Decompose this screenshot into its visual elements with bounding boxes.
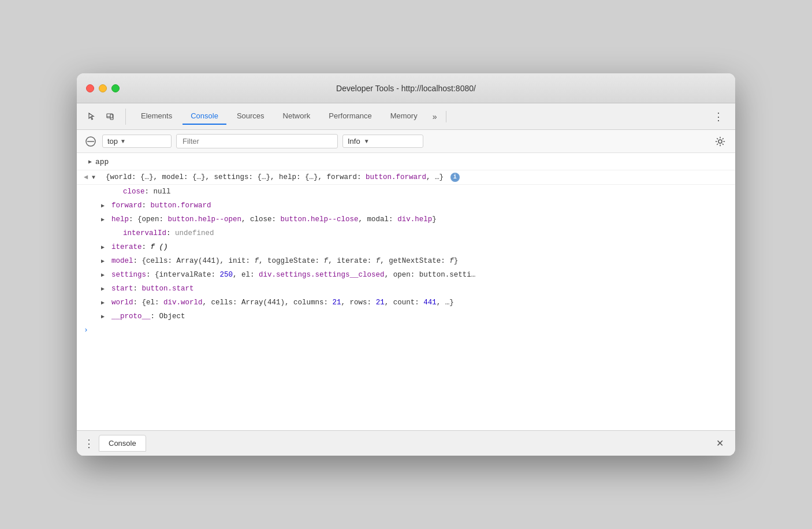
intervalid-prop-line: intervalId: undefined xyxy=(77,226,735,240)
log-level-value: Info xyxy=(348,137,360,146)
object-summary-line: ◀ ▼ {world: {…}, model: {…}, settings: {… xyxy=(77,170,735,185)
proto-expand-arrow[interactable]: ▶ xyxy=(101,312,105,322)
window-title: Developer Tools - http://localhost:8080/ xyxy=(336,84,476,93)
devtools-window: Developer Tools - http://localhost:8080/… xyxy=(77,73,735,456)
context-arrow-icon: ▼ xyxy=(120,138,126,144)
model-expand-arrow[interactable]: ▶ xyxy=(101,257,105,266)
log-level-arrow-icon: ▼ xyxy=(364,138,370,144)
forward-prop-line: ▶ forward: button.forward xyxy=(77,199,735,213)
settings-button[interactable] xyxy=(712,133,728,150)
object-summary-text: {world: {…}, model: {…}, settings: {…}, … xyxy=(106,173,444,181)
device-icon[interactable] xyxy=(102,109,118,125)
console-body: ▶ app ◀ ▼ {world: {…}, model: {…}, setti… xyxy=(77,153,735,430)
tab-memory[interactable]: Memory xyxy=(382,108,426,125)
tab-performance[interactable]: Performance xyxy=(321,108,379,125)
help-prop-key: help xyxy=(111,215,129,223)
model-prop-key: model xyxy=(111,257,133,265)
tab-sources[interactable]: Sources xyxy=(229,108,273,125)
start-prop-key: start xyxy=(111,285,133,293)
tab-elements[interactable]: Elements xyxy=(133,108,180,125)
prompt-arrow-icon: › xyxy=(84,326,88,334)
console-app-line: ▶ app xyxy=(77,155,735,170)
iterate-prop-line: ▶ iterate: f () xyxy=(77,240,735,254)
close-prop-line: close: null xyxy=(77,185,735,199)
inspect-icon[interactable] xyxy=(84,109,100,125)
more-tabs-button[interactable]: » xyxy=(428,110,442,124)
traffic-lights xyxy=(86,84,120,92)
forward-expand-arrow[interactable]: ▶ xyxy=(101,202,105,211)
toolbar-divider xyxy=(446,111,446,122)
start-expand-arrow[interactable]: ▶ xyxy=(101,285,105,294)
proto-prop-line: ▶ __proto__: Object xyxy=(77,310,735,323)
world-prop-line: ▶ world: {el: div.world, cells: Array(44… xyxy=(77,296,735,310)
filter-input[interactable] xyxy=(176,134,338,148)
object-expand-arrow[interactable]: ▼ xyxy=(92,173,95,182)
bottom-close-button[interactable]: ✕ xyxy=(712,435,728,451)
intervalid-prop-key: intervalId xyxy=(123,229,166,237)
back-arrow-icon: ◀ xyxy=(84,172,88,183)
context-selector[interactable]: top ▼ xyxy=(102,135,172,148)
proto-prop-key: __proto__ xyxy=(111,312,151,321)
info-badge[interactable]: i xyxy=(450,173,460,182)
help-prop-line: ▶ help: {open: button.help--open, close:… xyxy=(77,213,735,226)
model-prop-line: ▶ model: {cells: Array(441), init: f, to… xyxy=(77,254,735,268)
clear-console-button[interactable] xyxy=(84,135,98,148)
log-level-selector[interactable]: Info ▼ xyxy=(342,135,423,148)
bottom-bar: ⋮ Console ✕ xyxy=(77,430,735,456)
tab-network[interactable]: Network xyxy=(275,108,319,125)
title-bar: Developer Tools - http://localhost:8080/ xyxy=(77,73,735,103)
forward-prop-key: forward xyxy=(111,202,142,210)
bottom-console-tab[interactable]: Console xyxy=(99,435,146,452)
close-button[interactable] xyxy=(86,84,94,92)
tab-console[interactable]: Console xyxy=(182,108,226,125)
world-expand-arrow[interactable]: ▶ xyxy=(101,299,105,308)
bottom-menu-icon[interactable]: ⋮ xyxy=(84,437,94,450)
main-toolbar: Elements Console Sources Network Perform… xyxy=(77,103,735,130)
minimize-button[interactable] xyxy=(99,84,107,92)
console-toolbar: top ▼ Info ▼ xyxy=(77,130,735,153)
svg-point-5 xyxy=(718,140,722,143)
app-expand-arrow[interactable]: ▶ xyxy=(88,158,92,167)
toolbar-icons xyxy=(84,109,126,125)
iterate-expand-arrow[interactable]: ▶ xyxy=(101,243,105,252)
help-expand-arrow[interactable]: ▶ xyxy=(101,215,105,225)
context-value: top xyxy=(107,137,118,146)
maximize-button[interactable] xyxy=(111,84,120,92)
app-label: app xyxy=(84,158,109,166)
start-prop-line: ▶ start: button.start xyxy=(77,282,735,296)
settings-expand-arrow[interactable]: ▶ xyxy=(101,271,105,280)
iterate-prop-key: iterate xyxy=(111,243,142,251)
world-prop-key: world xyxy=(111,299,133,307)
settings-prop-line: ▶ settings: {intervalRate: 250, el: div.… xyxy=(77,268,735,282)
toolbar-menu-button[interactable]: ⋮ xyxy=(709,108,728,125)
settings-prop-key: settings xyxy=(111,271,146,279)
console-prompt-line[interactable]: › xyxy=(77,323,735,328)
close-prop-key: close xyxy=(123,188,145,196)
